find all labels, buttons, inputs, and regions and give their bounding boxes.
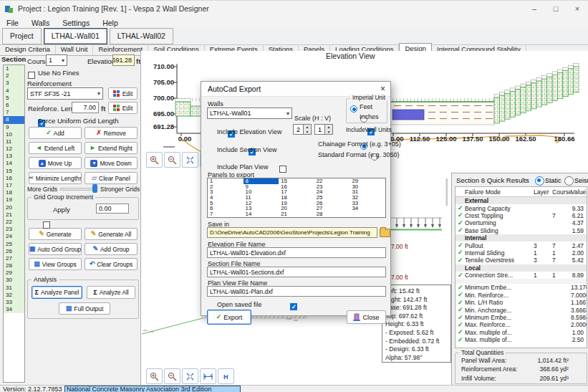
section-row-22[interactable]: 22 [4,219,24,226]
menu-settings[interactable]: Settings [56,19,96,27]
results-group-row[interactable]: Internal [456,234,587,242]
section-row-29[interactable]: 29 [4,269,24,277]
panel-item-3[interactable]: 3 [208,189,244,195]
section-row-18[interactable]: 18 [4,189,24,196]
zoom-out-button[interactable] [164,152,180,168]
generate-all-button[interactable]: ✎Generate All [85,228,138,240]
browse-folder-button[interactable] [380,229,390,237]
reinforce-length-field[interactable]: 7.00 [72,102,99,113]
section-row-23[interactable]: 23 [4,226,24,233]
elevation-file-field[interactable]: LTHAL-Wall01-Elevation.dxf [207,247,386,258]
section-row-8[interactable]: 8 [4,116,24,123]
full-output-button[interactable]: ▤ Full Output [59,302,110,315]
generate-button[interactable]: ✎Generate [29,228,82,240]
panel-item-34[interactable]: 34 [350,206,385,211]
clear-groups-button[interactable]: ↶Clear Groups [85,258,138,270]
section-list[interactable]: 1234567891011121314151617181920212223242… [3,64,25,383]
section-row-1[interactable]: 1 [4,65,24,72]
tab-lthal-wall01[interactable]: LTHAL-Wall01 [44,28,107,44]
save-in-field[interactable]: D:\OneDrive\AutoCAD2006\GeoStone\Project… [207,227,377,238]
zoom-out-button[interactable] [164,368,180,384]
export-button[interactable]: ✓ Export [207,310,251,325]
panel-item-5[interactable]: 5 [208,201,244,206]
panel-item-1[interactable]: 1 [208,178,244,184]
maximize-icon[interactable]: □ [545,1,567,16]
walls-select[interactable]: LTHAL-Wall01 ▾ [207,107,292,119]
analyze-panel-button[interactable]: Σ Analyze Panel [32,286,82,299]
menu-help[interactable]: Help [96,19,125,27]
results-row[interactable]: ✓Tensile Overstress375.42 [456,257,587,264]
section-row-14[interactable]: 14 [4,160,24,167]
menu-file[interactable]: File [0,19,25,27]
section-row-24[interactable]: 24 [4,233,24,240]
section-row-4[interactable]: 4 [4,87,24,95]
results-row[interactable]: ✓Bearing Capacity9.33 [456,204,587,211]
course-select[interactable]: 1 ▾ [46,54,67,66]
section-row-19[interactable]: 19 [4,196,24,204]
failure-mode-table[interactable]: Failure ModeLayerCourseValueExternal✓Bea… [455,186,587,348]
zoom-in-button[interactable] [146,152,163,168]
section-row-3[interactable]: 3 [4,80,24,87]
move-up-button[interactable]: ▲Move Up [29,157,82,169]
tab-project[interactable]: Project [2,28,42,44]
results-row[interactable]: ✓Base Sliding1.59 [456,227,587,234]
panel-item-28[interactable]: 28 [314,211,350,217]
results-row[interactable]: ✓Min. Anchorage...3.6663 ft [456,306,587,313]
section-row-25[interactable]: 25 [4,241,24,248]
results-group-row[interactable]: External [456,197,587,204]
extend-right-button[interactable]: ►Extend Right [85,142,138,154]
stepper-arrows[interactable]: ▲▼ [304,124,312,135]
tab-wall-unit[interactable]: Wall Unit [56,44,94,55]
minimize-lengths-button[interactable]: ✂Minimize Lengths [29,172,82,184]
results-row[interactable]: ✓Minimum Embe...8.5984 inch [456,314,587,321]
include-plan-checkbox[interactable] [279,166,286,173]
splitter-handle[interactable] [163,146,175,148]
elevation-field[interactable]: 691.28 [112,54,135,66]
section-row-27[interactable]: 27 [4,255,24,262]
section-row-30[interactable]: 30 [4,277,24,284]
results-row[interactable]: ✓Minimum Embe...13.1700 % [456,284,587,291]
results-row[interactable]: ✓Max. multiple of...1.00 [456,329,587,336]
section-row-7[interactable]: 7 [4,109,24,116]
zoom-in-button[interactable] [146,368,163,384]
section-row-12[interactable]: 12 [4,145,24,153]
section-file-field[interactable]: LTHAL-Wall01-Sections.dxf [207,267,386,277]
minimize-icon[interactable]: – [524,1,545,16]
section-row-10[interactable]: 10 [4,131,24,138]
extend-left-button[interactable]: ◄Extend Left [29,142,82,154]
add-group-button[interactable]: ✎Add Group [85,243,138,255]
results-row[interactable]: ✓Max. multiple of...2.50 [456,336,587,343]
results-row[interactable]: ✓Overturning4.37 [456,219,587,226]
menu-walls[interactable]: Walls [25,19,56,27]
auto-grid-group-button[interactable]: ▦Auto Grid Group [29,243,82,255]
clear-panel-button[interactable]: ▱Clear Panel [85,172,138,184]
panel-item-8[interactable]: 8 [244,178,279,184]
analyze-all-button[interactable]: Σ Analyze All [87,286,135,299]
section-row-34[interactable]: 34 [4,306,24,313]
section-row-6[interactable]: 6 [4,102,24,109]
panel-item-21[interactable]: 21 [279,211,314,217]
section-row-15[interactable]: 15 [4,168,24,175]
add-button[interactable]: ✓Add [29,127,82,139]
panel-item-4[interactable]: 4 [208,195,244,201]
dialog-close-icon[interactable]: × [380,84,385,94]
scale-v-stepper[interactable]: 1 ▲▼ [314,124,333,135]
reinforcement-select[interactable]: STF SF35 -21 ▾ [27,87,103,100]
section-row-9[interactable]: 9 [4,124,24,131]
close-button[interactable]: Close [347,310,386,324]
results-row[interactable]: ✓Connection Stre...118.89 [456,272,587,279]
close-icon[interactable]: × [567,1,588,16]
zoom-fit-button[interactable] [182,368,198,384]
plan-file-field[interactable]: LTHAL-Wall01-Plan.dxf [207,286,386,297]
results-row[interactable]: ✓Min. L/H Ratio1.1667 [456,299,587,306]
slider-handle[interactable] [92,184,97,193]
stepper-arrows[interactable]: ▲▼ [325,124,333,135]
fit-width-button[interactable] [200,368,216,384]
remove-button[interactable]: ✗Remove [85,127,138,139]
scale-h-stepper[interactable]: 2 ▲▼ [293,124,312,135]
open-saved-file-checkbox[interactable] [290,303,297,310]
panel-item-6[interactable]: 6 [208,206,244,211]
tab-design-criteria[interactable]: Design Criteria [0,44,56,55]
tab-lthal-wall02[interactable]: LTHAL-Wall02 [110,28,173,44]
seismic-radio[interactable] [564,176,574,186]
